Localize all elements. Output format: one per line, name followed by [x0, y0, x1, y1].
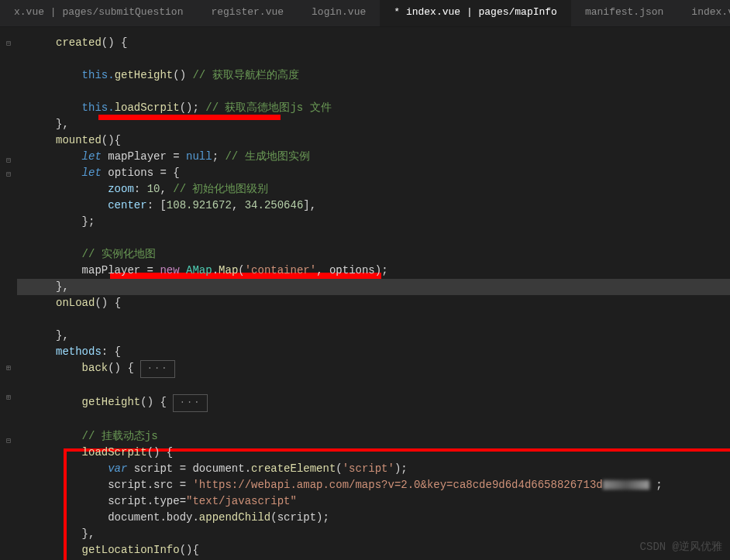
code-number: 108.921672	[167, 199, 232, 211]
code-text: mounted	[56, 134, 102, 146]
fold-icon[interactable]: ⊟	[3, 435, 14, 446]
code-area[interactable]: created() { this.getHeight() // 获取导航栏的高度…	[17, 27, 730, 560]
code-text: ()	[173, 69, 186, 81]
tab-register[interactable]: register.vue	[197, 0, 298, 26]
code-text: back	[82, 362, 108, 374]
code-text: },	[56, 280, 69, 293]
code-keyword: new	[160, 264, 179, 277]
code-comment: // 初始化地图级别	[167, 183, 269, 195]
code-text: loadScrpit	[82, 446, 147, 459]
code-text: appendChild	[199, 511, 270, 524]
code-text: getHeight	[115, 69, 174, 81]
code-string: 'https://webapi.amap.com/maps?v=2.0&key=…	[192, 479, 602, 491]
code-comment: // 挂载动态js	[82, 430, 158, 442]
code-text: AMap	[186, 264, 212, 277]
code-keyword: let	[82, 167, 102, 179]
code-text: : [	[147, 199, 167, 211]
fold-icon[interactable]: ⊞	[3, 362, 14, 373]
code-text: methods	[56, 345, 102, 358]
code-text: (script);	[270, 511, 329, 524]
editor-area: ⊟ ⊟ ⊟ ⊞ ⊞ ⊟ created() { this.getHeight()…	[0, 27, 730, 560]
tab-login[interactable]: login.vue	[298, 0, 380, 26]
code-text: : {	[102, 345, 121, 358]
code-string: "text/javascript"	[186, 495, 297, 507]
code-text: Map	[219, 264, 238, 277]
code-text: getHeight	[82, 396, 141, 408]
blurred-text	[603, 480, 649, 490]
code-text: createElement	[251, 462, 336, 475]
code-text: () {	[108, 362, 134, 374]
code-text: (	[336, 462, 342, 475]
code-number: 10	[147, 183, 160, 195]
gutter: ⊟ ⊟ ⊟ ⊞ ⊞ ⊟	[0, 27, 17, 560]
code-text: },	[56, 329, 69, 342]
code-text: () {	[95, 297, 121, 309]
code-text: loadScrpit	[115, 101, 180, 114]
code-text: },	[56, 118, 69, 130]
code-text: :	[134, 183, 147, 195]
collapsed-indicator[interactable]: ···	[140, 360, 176, 378]
code-text: (){	[180, 544, 199, 556]
code-text: ,	[232, 199, 245, 211]
code-text: },	[82, 527, 95, 540]
code-text: };	[82, 215, 95, 228]
tab-index-pages[interactable]: index.vue | pag	[677, 0, 730, 26]
code-text: );	[394, 462, 408, 475]
code-text: zoom	[108, 183, 134, 195]
code-text: script.src =	[108, 479, 192, 491]
code-text: script = document.	[127, 462, 251, 475]
tab-submit-question[interactable]: x.vue | pages/submitQuestion	[0, 0, 197, 26]
code-text: ;	[649, 479, 663, 491]
watermark: CSDN @逆风优雅	[640, 540, 722, 554]
code-text: (	[238, 264, 244, 277]
code-comment: // 获取导航栏的高度	[186, 69, 299, 81]
code-text	[180, 264, 186, 277]
fold-icon[interactable]: ⊟	[3, 169, 14, 180]
fold-icon[interactable]: ⊟	[3, 155, 14, 166]
code-text: mapPlayer =	[102, 150, 186, 163]
code-text: this.	[82, 69, 115, 81]
fold-icon[interactable]: ⊞	[3, 392, 14, 403]
code-comment: // 实例化地图	[82, 248, 156, 260]
code-text: options = {	[102, 167, 180, 179]
code-text: (){	[102, 134, 121, 146]
code-text: ,	[160, 183, 166, 195]
code-text: , options);	[316, 264, 387, 277]
code-text: ],	[303, 199, 316, 211]
code-text: .	[212, 264, 219, 277]
code-text: ;	[212, 150, 219, 163]
code-keyword: var	[108, 462, 127, 475]
code-text: onLoad	[56, 297, 95, 309]
fold-icon[interactable]: ⊟	[3, 38, 14, 49]
collapsed-indicator[interactable]: ···	[173, 394, 208, 412]
code-string: 'script'	[343, 462, 394, 475]
code-comment: // 获取高德地图js 文件	[199, 101, 332, 114]
code-text: created	[56, 36, 102, 49]
current-line-highlight	[17, 279, 730, 295]
code-text: center	[108, 199, 146, 211]
code-text: getLocationInfo	[82, 544, 180, 556]
tab-bar: x.vue | pages/submitQuestion register.vu…	[0, 0, 730, 27]
code-text: document.body.	[108, 511, 199, 524]
code-text: mapPlayer =	[82, 264, 160, 277]
code-comment: // 生成地图实例	[219, 150, 310, 163]
tab-manifest[interactable]: manifest.json	[571, 0, 677, 26]
code-text: () {	[140, 396, 167, 408]
code-text: () {	[147, 446, 174, 459]
code-keyword: let	[82, 150, 102, 163]
code-string: 'container'	[245, 264, 316, 277]
tab-index-mapinfo[interactable]: * index.vue | pages/mapInfo	[380, 0, 571, 26]
code-keyword: null	[186, 150, 212, 163]
code-text: ();	[180, 101, 199, 114]
code-text: script.type=	[108, 495, 186, 507]
code-text: () {	[102, 36, 128, 49]
code-text: this.	[82, 101, 115, 114]
code-number: 34.250646	[245, 199, 304, 211]
